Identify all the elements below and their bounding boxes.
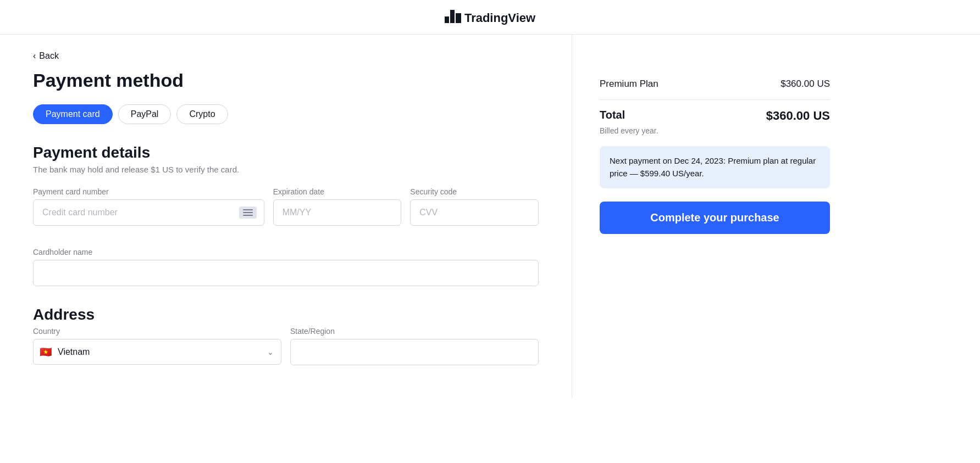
svg-rect-1 <box>450 10 455 23</box>
plan-price: $360.00 US <box>780 79 830 90</box>
site-header: TradingView <box>0 0 980 35</box>
tab-paypal[interactable]: PayPal <box>118 104 171 124</box>
address-section: Address Country 🇻🇳 Vietnam United States… <box>33 306 539 376</box>
payment-tabs: Payment card PayPal Crypto <box>33 104 539 124</box>
address-title: Address <box>33 306 539 323</box>
back-button[interactable]: ‹ Back <box>33 51 59 61</box>
card-number-label: Payment card number <box>33 187 264 196</box>
page-title: Payment method <box>33 70 539 91</box>
cardholder-input[interactable] <box>33 260 539 286</box>
card-icon-lines <box>243 209 253 216</box>
cvv-input[interactable] <box>410 199 539 226</box>
main-container: ‹ Back Payment method Payment card PayPa… <box>0 35 980 398</box>
tab-payment-card[interactable]: Payment card <box>33 104 113 124</box>
card-icon-line-2 <box>243 212 253 213</box>
country-select[interactable]: Vietnam United States United Kingdom <box>33 339 281 365</box>
svg-rect-2 <box>456 13 461 23</box>
order-row: Premium Plan $360.00 US <box>600 79 830 90</box>
card-number-input[interactable] <box>33 199 264 226</box>
logo-label: TradingView <box>464 11 535 25</box>
total-row: Total $360.00 US <box>600 109 830 123</box>
divider <box>600 99 830 100</box>
card-icon-line-1 <box>243 209 253 210</box>
purchase-button[interactable]: Complete your purchase <box>600 202 830 234</box>
back-chevron-icon: ‹ <box>33 51 36 61</box>
state-group: State/Region <box>290 327 539 365</box>
site-logo: TradingView <box>445 10 535 26</box>
logo-icon <box>445 10 461 26</box>
payment-details-section: Payment details The bank may hold and re… <box>33 144 539 286</box>
card-icon-line-3 <box>243 215 253 216</box>
cvv-label: Security code <box>410 187 539 196</box>
state-label: State/Region <box>290 327 539 336</box>
cardholder-label: Cardholder name <box>33 248 539 256</box>
total-label: Total <box>600 109 625 121</box>
card-input-wrapper <box>33 199 264 226</box>
info-box-text: Next payment on Dec 24, 2023: Premium pl… <box>610 155 820 180</box>
card-number-group: Payment card number <box>33 187 264 226</box>
total-price: $360.00 US <box>766 109 830 123</box>
expiry-label: Expiration date <box>273 187 402 196</box>
address-row: Country 🇻🇳 Vietnam United States United … <box>33 327 539 376</box>
country-flag-icon: 🇻🇳 <box>40 346 52 358</box>
tab-crypto[interactable]: Crypto <box>176 104 228 124</box>
country-select-wrapper: 🇻🇳 Vietnam United States United Kingdom … <box>33 339 281 365</box>
payment-details-subtitle: The bank may hold and release $1 US to v… <box>33 165 539 174</box>
info-box: Next payment on Dec 24, 2023: Premium pl… <box>600 146 830 188</box>
expiry-group: Expiration date <box>273 187 402 226</box>
right-panel: Premium Plan $360.00 US Total $360.00 US… <box>572 35 857 398</box>
card-type-icon <box>239 207 257 219</box>
plan-label: Premium Plan <box>600 79 658 90</box>
cardholder-group: Cardholder name <box>33 248 539 286</box>
payment-details-title: Payment details <box>33 144 539 161</box>
country-group: Country 🇻🇳 Vietnam United States United … <box>33 327 281 365</box>
back-label: Back <box>39 51 59 61</box>
billed-text: Billed every year. <box>600 126 830 135</box>
left-panel: ‹ Back Payment method Payment card PayPa… <box>0 35 572 398</box>
state-input[interactable] <box>290 339 539 365</box>
card-fields-row: Payment card number Expiration <box>33 187 539 237</box>
expiry-input[interactable] <box>273 199 402 226</box>
country-label: Country <box>33 327 281 336</box>
cvv-group: Security code <box>410 187 539 226</box>
svg-rect-0 <box>445 16 449 23</box>
